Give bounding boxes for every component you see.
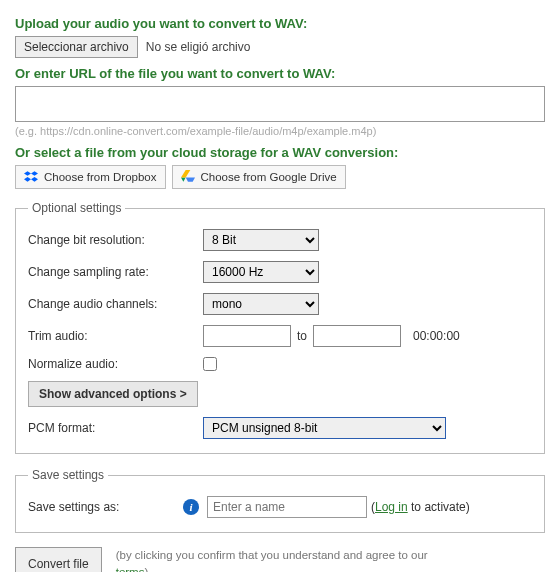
sampling-rate-row: Change sampling rate: 16000 Hz — [28, 261, 532, 283]
url-input[interactable] — [15, 86, 545, 122]
dropbox-button[interactable]: Choose from Dropbox — [15, 165, 166, 189]
file-chooser-row: Seleccionar archivo No se eligió archivo — [15, 36, 545, 58]
convert-row: Convert file (by clicking you confirm th… — [15, 547, 545, 572]
convert-button[interactable]: Convert file — [15, 547, 102, 572]
normalize-label: Normalize audio: — [28, 357, 203, 371]
gdrive-icon — [181, 170, 195, 184]
login-link[interactable]: Log in — [375, 500, 408, 514]
pcm-format-label: PCM format: — [28, 421, 203, 435]
trim-start-input[interactable] — [203, 325, 291, 347]
normalize-row: Normalize audio: — [28, 357, 532, 371]
optional-legend: Optional settings — [28, 201, 125, 215]
trim-audio-row: Trim audio: to 00:00:00 — [28, 325, 532, 347]
sampling-rate-label: Change sampling rate: — [28, 265, 203, 279]
bit-resolution-select[interactable]: 8 Bit — [203, 229, 319, 251]
trim-duration-text: 00:00:00 — [413, 329, 460, 343]
bit-resolution-label: Change bit resolution: — [28, 233, 203, 247]
bit-resolution-row: Change bit resolution: 8 Bit — [28, 229, 532, 251]
save-settings-fieldset: Save settings Save settings as: i (Log i… — [15, 468, 545, 533]
file-status-text: No se eligió archivo — [146, 40, 251, 54]
audio-channels-label: Change audio channels: — [28, 297, 203, 311]
advanced-options-button[interactable]: Show advanced options > — [28, 381, 198, 407]
dropbox-icon — [24, 170, 38, 184]
audio-channels-select[interactable]: mono — [203, 293, 319, 315]
trim-separator: to — [297, 329, 307, 343]
trim-end-input[interactable] — [313, 325, 401, 347]
optional-settings-fieldset: Optional settings Change bit resolution:… — [15, 201, 545, 454]
trim-audio-label: Trim audio: — [28, 329, 203, 343]
save-settings-row: Save settings as: i (Log in to activate) — [28, 496, 532, 518]
url-heading: Or enter URL of the file you want to con… — [15, 66, 545, 81]
pcm-format-select[interactable]: PCM unsigned 8-bit — [203, 417, 446, 439]
disclaimer-text: (by clicking you confirm that you unders… — [116, 547, 456, 572]
cloud-heading: Or select a file from your cloud storage… — [15, 145, 545, 160]
gdrive-button[interactable]: Choose from Google Drive — [172, 165, 346, 189]
normalize-checkbox[interactable] — [203, 357, 217, 371]
upload-heading: Upload your audio you want to convert to… — [15, 16, 545, 31]
gdrive-label: Choose from Google Drive — [201, 171, 337, 183]
sampling-rate-select[interactable]: 16000 Hz — [203, 261, 319, 283]
audio-channels-row: Change audio channels: mono — [28, 293, 532, 315]
dropbox-label: Choose from Dropbox — [44, 171, 157, 183]
save-name-input[interactable] — [207, 496, 367, 518]
info-icon: i — [183, 499, 199, 515]
login-note: (Log in to activate) — [371, 500, 470, 514]
pcm-format-row: PCM format: PCM unsigned 8-bit — [28, 417, 532, 439]
cloud-row: Choose from Dropbox Choose from Google D… — [15, 165, 545, 189]
url-hint: (e.g. https://cdn.online-convert.com/exa… — [15, 125, 545, 137]
terms-link[interactable]: terms — [116, 566, 145, 572]
save-settings-label: Save settings as: — [28, 500, 183, 514]
file-select-button[interactable]: Seleccionar archivo — [15, 36, 138, 58]
save-legend: Save settings — [28, 468, 108, 482]
